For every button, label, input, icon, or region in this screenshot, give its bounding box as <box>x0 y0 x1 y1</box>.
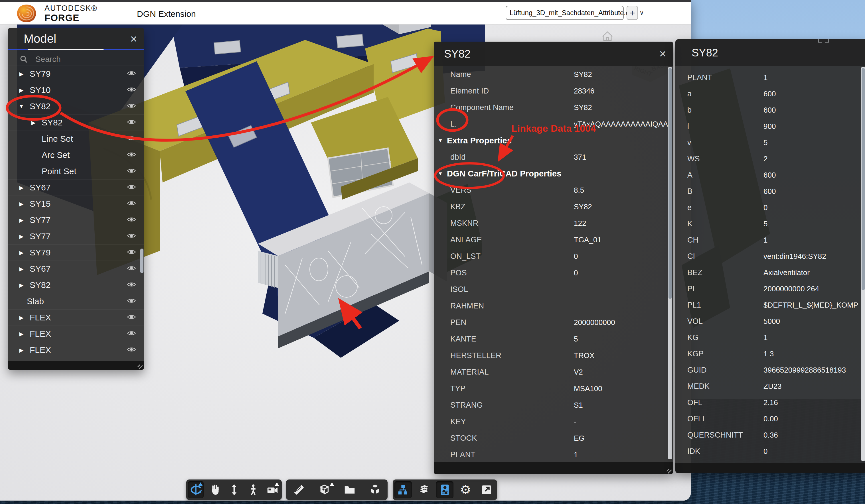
tree-row[interactable]: ▶ SY79 <box>8 244 144 260</box>
property-row[interactable]: dbId 371 <box>434 149 673 165</box>
tree-row[interactable]: ▶ FLEX <box>8 342 144 358</box>
tree-row[interactable]: ▶ SY67 <box>8 260 144 277</box>
visibility-eye-icon[interactable] <box>127 70 136 78</box>
property-row[interactable]: STOCK EG <box>434 430 673 446</box>
tree-row[interactable]: ▶ SY82 <box>8 277 144 293</box>
properties-button[interactable] <box>434 480 455 500</box>
pan-button[interactable] <box>205 480 224 500</box>
attribute-row[interactable]: IDK 0 <box>675 443 865 459</box>
visibility-eye-icon[interactable] <box>127 135 136 142</box>
model-browser-button[interactable] <box>393 480 414 500</box>
explode-button[interactable] <box>362 480 388 500</box>
property-row[interactable]: ON_LST 0 <box>434 248 673 265</box>
attribute-row[interactable]: PL1 $DEFTRI_L_${MED}_KOMP <box>675 297 865 313</box>
attribute-row[interactable]: PLANT 1 <box>675 70 865 86</box>
tree-row[interactable]: ▼ SY82 <box>8 98 144 114</box>
visibility-eye-icon[interactable] <box>127 281 136 289</box>
attribute-row[interactable]: v 5 <box>675 134 865 151</box>
visibility-eye-icon[interactable] <box>127 200 136 208</box>
model-panel-scrollbar[interactable] <box>140 249 143 273</box>
visibility-eye-icon[interactable] <box>127 347 136 354</box>
tree-row[interactable]: ▶ SY79 <box>8 66 144 82</box>
search-input[interactable] <box>35 55 121 64</box>
resize-handle-icon[interactable] <box>665 466 672 473</box>
property-row[interactable]: L. yTAxAQAAAAAAAAAAIQAAAAQAAAAAAAAAOC41Q… <box>434 116 673 132</box>
close-icon[interactable]: × <box>659 48 666 60</box>
attributes-scrollbar[interactable] <box>861 67 865 461</box>
tree-row[interactable]: ▶ SY15 <box>8 196 144 212</box>
attribute-row[interactable]: GUID 39665209992886518193 <box>675 362 865 378</box>
attribute-row[interactable]: BEZ Axialventilator <box>675 265 865 281</box>
camera-button[interactable] <box>263 480 282 500</box>
property-row[interactable]: PEN 2000000000 <box>434 314 673 331</box>
layers-button[interactable] <box>414 480 434 500</box>
property-row[interactable]: ISOL <box>434 281 673 297</box>
property-row[interactable]: ▼ DGN CarF/TriCAD Properties <box>434 165 673 182</box>
property-row[interactable]: KEY - <box>434 413 673 430</box>
property-row[interactable]: RAHMEN <box>434 297 673 314</box>
section-caret-icon[interactable]: ▼ <box>438 171 443 177</box>
property-row[interactable]: Element ID 28346 <box>434 83 673 99</box>
visibility-eye-icon[interactable] <box>127 249 136 256</box>
property-row[interactable]: ANLAGE TGA_01 <box>434 232 673 248</box>
tree-row[interactable]: Arc Set <box>8 147 144 163</box>
attribute-row[interactable]: a 600 <box>675 86 865 102</box>
property-row[interactable]: KANTE 5 <box>434 331 673 347</box>
property-row[interactable]: KBZ SY82 <box>434 198 673 215</box>
visibility-eye-icon[interactable] <box>127 233 136 240</box>
measure-button[interactable] <box>286 480 311 500</box>
attribute-row[interactable]: b 600 <box>675 102 865 118</box>
attribute-row[interactable]: A 600 <box>675 167 865 183</box>
tree-caret-icon[interactable]: ▶ <box>16 87 26 94</box>
folder-button[interactable] <box>337 480 362 500</box>
visibility-eye-icon[interactable] <box>127 330 136 338</box>
window-control-icon[interactable] <box>825 39 829 43</box>
attribute-row[interactable]: QUERSCHNITT 0.36 <box>675 427 865 443</box>
add-document-button[interactable]: + <box>626 6 638 20</box>
attribute-row[interactable]: OFLI 0.00 <box>675 411 865 427</box>
visibility-eye-icon[interactable] <box>127 314 136 321</box>
property-row[interactable]: STRANG S1 <box>434 397 673 413</box>
properties-panel-header[interactable]: SY82 × <box>434 42 673 66</box>
attribute-row[interactable]: VOL 5000 <box>675 313 865 329</box>
visibility-eye-icon[interactable] <box>127 103 136 110</box>
property-row[interactable]: VERS 8.5 <box>434 182 673 198</box>
visibility-eye-icon[interactable] <box>127 168 136 175</box>
orbit-button[interactable] <box>186 480 205 500</box>
property-row[interactable]: POS 0 <box>434 265 673 281</box>
visibility-eye-icon[interactable] <box>127 119 136 126</box>
tree-row[interactable]: ▶ FLEX <box>8 309 144 326</box>
tree-row[interactable]: Line Set <box>8 131 144 147</box>
tree-row[interactable]: Point Set <box>8 163 144 179</box>
attribute-row[interactable]: CI vent:din1946:SY82 <box>675 248 865 265</box>
close-icon[interactable]: × <box>130 33 137 45</box>
property-row[interactable]: Component Name SY82 <box>434 99 673 116</box>
tree-caret-icon[interactable]: ▶ <box>16 71 26 77</box>
tree-row[interactable]: ▶ SY67 <box>8 179 144 196</box>
tree-row[interactable]: ▶ SY77 <box>8 228 144 244</box>
section-caret-icon[interactable]: ▼ <box>438 138 443 144</box>
visibility-eye-icon[interactable] <box>127 86 136 94</box>
tree-caret-icon[interactable]: ▶ <box>28 119 38 126</box>
property-row[interactable]: MSKNR 122 <box>434 215 673 232</box>
tree-row[interactable]: ▶ SY77 <box>8 212 144 228</box>
model-panel-header[interactable]: Model × <box>8 28 144 50</box>
attribute-row[interactable]: l 900 <box>675 118 865 134</box>
attribute-row[interactable]: KGP 1 3 <box>675 346 865 362</box>
tree-caret-icon[interactable]: ▶ <box>16 233 26 240</box>
tree-caret-icon[interactable]: ▶ <box>16 217 26 223</box>
settings-button[interactable]: ⚙ <box>455 480 476 500</box>
tree-caret-icon[interactable]: ▶ <box>16 331 26 337</box>
fullscreen-button[interactable] <box>476 480 497 500</box>
property-row[interactable]: Name SY82 <box>434 66 673 83</box>
tree-caret-icon[interactable]: ▶ <box>16 185 26 191</box>
zoom-button[interactable] <box>224 480 244 500</box>
attribute-row[interactable]: KG 1 <box>675 329 865 346</box>
file-select-dropdown[interactable]: Lüftung_3D_mit_Sachdaten_Attribute.dgn ∨ <box>506 6 624 20</box>
attribute-row[interactable]: B 600 <box>675 183 865 200</box>
tree-row[interactable]: ▶ SY82 <box>8 114 144 131</box>
window-control-icon[interactable] <box>818 39 822 43</box>
resize-handle-icon[interactable] <box>136 362 142 369</box>
tree-caret-icon[interactable]: ▶ <box>16 201 26 207</box>
tree-row[interactable]: Slab <box>8 293 144 309</box>
